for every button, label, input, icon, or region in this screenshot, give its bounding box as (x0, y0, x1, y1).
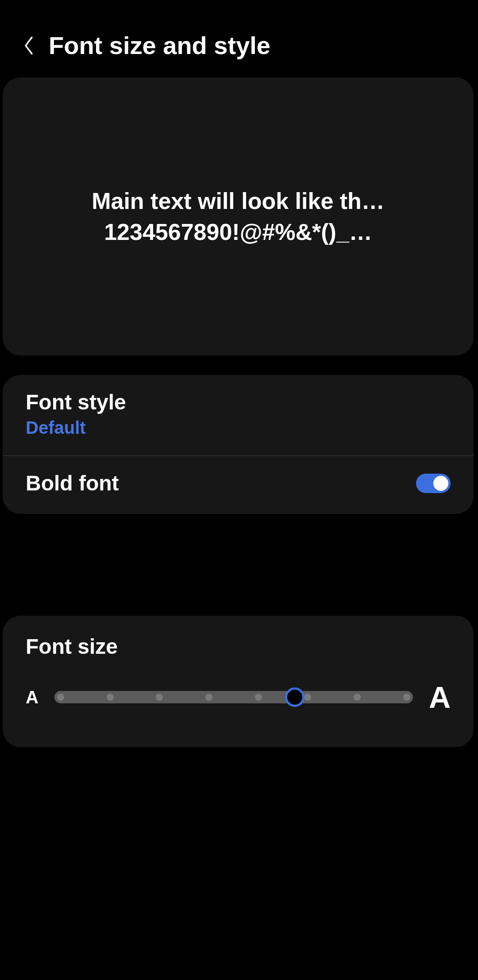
slider-step (205, 694, 212, 701)
slider-step (354, 694, 361, 701)
bold-font-toggle[interactable] (416, 474, 451, 493)
slider-thumb[interactable] (285, 687, 305, 707)
font-size-label: Font size (26, 634, 451, 659)
toggle-thumb (433, 476, 448, 491)
bold-font-row[interactable]: Bold font (3, 456, 474, 514)
font-settings-card: Font style Default Bold font (3, 375, 474, 514)
font-preview-card: Main text will look like th… 1234567890!… (3, 77, 474, 355)
preview-text-line2: 1234567890!@#%&*()_… (25, 219, 451, 245)
font-style-label: Font style (26, 390, 451, 414)
bold-font-label: Bold font (26, 471, 119, 495)
slider-step (255, 694, 262, 701)
header: Font size and style (0, 0, 478, 77)
slider-step (156, 694, 163, 701)
small-a-indicator: A (26, 687, 39, 707)
slider-step (304, 694, 311, 701)
page-title: Font size and style (49, 31, 270, 60)
preview-text-line1: Main text will look like th… (25, 188, 451, 214)
slider-step (107, 694, 114, 701)
font-size-slider-row: A A (26, 680, 451, 714)
slider-step (57, 694, 64, 701)
font-style-value: Default (26, 418, 451, 438)
font-size-slider[interactable] (54, 691, 413, 703)
font-size-card: Font size A A (3, 616, 474, 747)
back-icon[interactable] (22, 35, 35, 57)
slider-step (403, 694, 410, 701)
font-style-row[interactable]: Font style Default (3, 375, 474, 456)
large-a-indicator: A (429, 680, 451, 714)
